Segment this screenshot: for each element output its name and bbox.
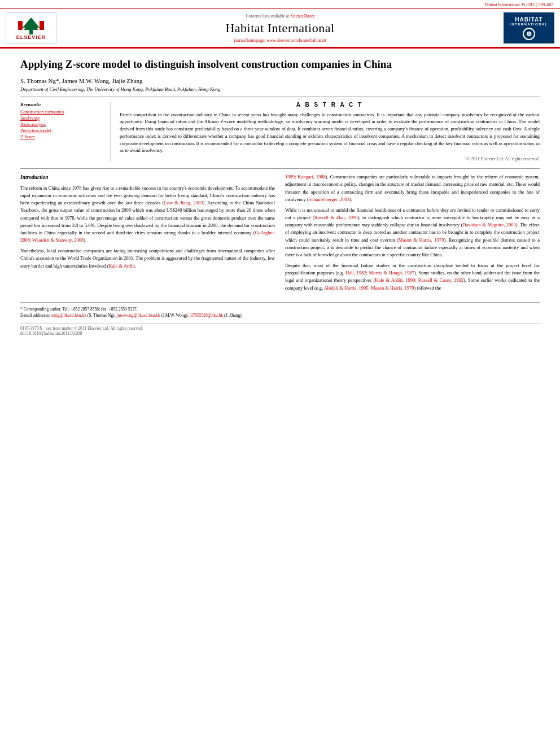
habitat-logo-circle: ⊕ [523,28,535,40]
ref-low-jiang[interactable]: Low & Jiang, 2003 [164,200,203,206]
intro-para-1: The reform in China since 1978 has given… [20,185,275,244]
authors-text: S. Thomas Ng*, James M.W. Wong, Jiajie Z… [20,77,142,84]
keywords-column: Keywords: Construction companies Insolve… [20,102,111,162]
footnote-emails: E-mail addresses: tstng@hkucc.hku.hk (S.… [20,312,540,318]
ref-1999-kangari[interactable]: 1999; Kangari, 1988 [285,174,326,180]
journal-title: Habitat International [56,21,504,36]
keyword-1[interactable]: Construction companies [20,110,104,115]
journal-center: Contents lists available at ScienceDirec… [56,14,504,43]
keyword-4[interactable]: Prediction model [20,128,104,133]
ref-kale-arditi[interactable]: Kale & Arditi, [108,263,136,269]
abstract-column: A B S T R A C T Fierce competition in th… [120,102,540,162]
divider-2 [20,168,540,169]
sciencedirect-line: Contents lists available at ScienceDirec… [56,14,504,19]
bottom-info: 0197-3975/$ – see front matter © 2011 El… [20,323,540,336]
email-3-link[interactable]: l07955520@hku.hk [190,313,224,318]
journal-header: Habitat International 35 (2011) 599–607 … [0,0,560,49]
contents-text: Contents lists available at [246,14,290,19]
svg-rect-3 [18,21,23,30]
email-1-link[interactable]: tstng@hkucc.hku.hk [51,313,86,318]
journal-homepage: journal homepage: www.elsevier.com/locat… [56,38,504,43]
email-2-link[interactable]: jmwwong@hkucc.hku.hk [117,313,160,318]
email-3-name: (J. Zhang). [224,313,243,318]
ref-hall-morris[interactable]: Hall, 1982; Morris & Hough, 1987 [345,270,414,276]
habitat-logo-main: HABITAT [515,16,542,23]
copyright-line: © 2011 Elsevier Ltd. All rights reserved… [120,156,540,161]
ref-kale-arditi-casey[interactable]: Kale & Arditi, 1999; Russell & Casey, 19… [375,277,463,283]
ref-russell-zhai[interactable]: Russell & Zhai, 1996 [314,215,358,220]
keyword-abstract-section: Keywords: Construction companies Insolve… [20,102,540,162]
homepage-text: journal homepage: www.elsevier.com/locat… [234,38,326,43]
sciencedirect-link[interactable]: ScienceDirect [290,14,314,19]
ref-gallagher[interactable]: Gallagher, 2008; Wearden & Stanway, 2008 [20,230,275,243]
footnote-section: * Corresponding author. Tel.: +852 2857 … [20,302,540,319]
abstract-text: Fierce competition in the construction i… [120,111,540,155]
ref-schaufelberger[interactable]: Schaufelberger, 2003 [309,196,349,202]
article-title: Applying Z-score model to distinguish in… [20,58,540,72]
journal-citation: Habitat International 35 (2011) 599–607 [0,2,560,8]
keyword-5[interactable]: Z-Score [20,134,104,139]
keyword-3[interactable]: Ratio analysis [20,122,104,127]
email-1-name: (S. Thomas Ng), [88,313,116,318]
authors: S. Thomas Ng*, James M.W. Wong, Jiajie Z… [20,77,540,84]
ref-abidali-harris[interactable]: Abidali & Harris, 1995; Mason & Harris, … [324,285,414,291]
email-2-name: (J.M.W. Wong), [161,313,189,318]
keywords-label: Keywords: [20,102,104,107]
body-col-left: Introduction The reform in China since 1… [20,173,275,295]
citation-text: Habitat International 35 (2011) 599–607 [485,2,553,7]
divider-1 [20,97,540,97]
doi-line: doi:10.1016/j.habitatint.2011.03.008 [20,331,540,336]
intro-para-5: Despite that, most of the financial fail… [285,262,540,292]
body-columns: Introduction The reform in China since 1… [20,173,540,295]
corresponding-text: * Corresponding author. Tel.: +852 2857 … [20,307,138,312]
ref-mason-harris-1979[interactable]: Mason & Harris, 1979 [399,237,444,243]
keyword-2[interactable]: Insolvency [20,116,104,121]
elsevier-logo: ELSEVIER [6,12,56,43]
svg-rect-0 [29,30,33,34]
main-content: Applying Z-score model to distinguish in… [0,49,560,345]
issn-line: 0197-3975/$ – see front matter © 2011 El… [20,326,540,331]
body-col-right: 1999; Kangari, 1988). Construction compa… [285,173,540,295]
intro-para-2: Nonetheless, local construction companie… [20,247,275,270]
journal-banner: ELSEVIER Contents lists available at Sci… [0,8,560,47]
intro-heading: Introduction [20,173,275,182]
abstract-heading: A B S T R A C T [120,102,540,108]
affiliation: Department of Civil Engineering, The Uni… [20,86,540,92]
footnote-corresponding: * Corresponding author. Tel.: +852 2857 … [20,306,540,312]
habitat-logo-sub: INTERNATIONAL [510,23,548,26]
intro-para-4: While it is not unusual to unfold the fi… [285,207,540,259]
elsevier-tree-icon [17,16,45,34]
intro-para-3: 1999; Kangari, 1988). Construction compa… [285,173,540,203]
svg-rect-4 [40,21,44,30]
habitat-logo: HABITAT INTERNATIONAL ⊕ [504,12,554,43]
ref-davidson-maguire[interactable]: Davidson & Maguire, 2003 [462,222,516,228]
emails-label: E-mail addresses: [20,313,50,318]
elsevier-wordmark: ELSEVIER [16,34,46,40]
